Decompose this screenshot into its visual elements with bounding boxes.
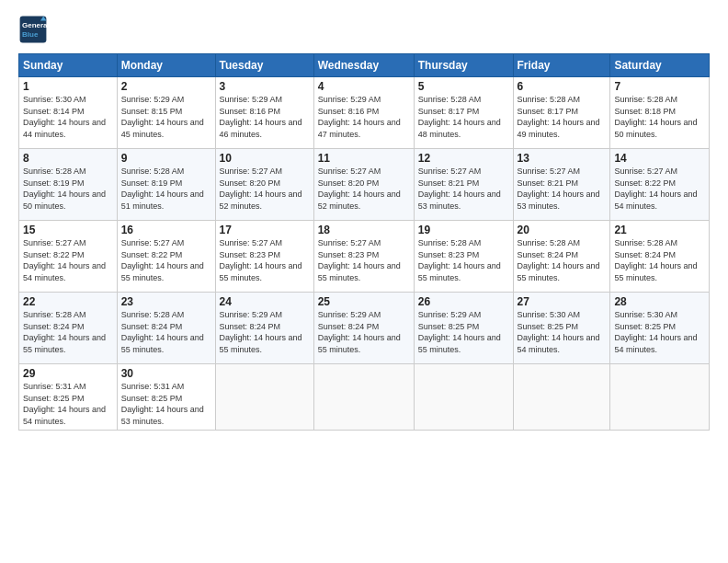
daylight-label: Daylight: 14 hours and 53 minutes.: [121, 405, 204, 426]
sunset-label: Sunset: 8:25 PM: [23, 394, 85, 403]
daylight-label: Daylight: 14 hours and 55 minutes.: [614, 261, 697, 282]
day-info: Sunrise: 5:29 AM Sunset: 8:24 PM Dayligh…: [220, 309, 310, 355]
sunset-label: Sunset: 8:23 PM: [318, 250, 380, 259]
day-number: 30: [121, 367, 211, 380]
day-number: 9: [121, 152, 211, 165]
sunset-label: Sunset: 8:16 PM: [220, 107, 281, 116]
daylight-label: Daylight: 14 hours and 55 minutes.: [318, 333, 401, 354]
daylight-label: Daylight: 14 hours and 54 minutes.: [23, 261, 106, 282]
daylight-label: Daylight: 14 hours and 55 minutes.: [318, 261, 401, 282]
day-number: 13: [518, 152, 607, 165]
day-number: 16: [121, 224, 211, 236]
calendar-cell: 19 Sunrise: 5:28 AM Sunset: 8:23 PM Dayl…: [414, 221, 513, 293]
daylight-label: Daylight: 14 hours and 55 minutes.: [121, 261, 204, 282]
daylight-label: Daylight: 14 hours and 54 minutes.: [23, 405, 106, 426]
calendar-cell: [414, 364, 513, 431]
daylight-label: Daylight: 14 hours and 49 minutes.: [518, 118, 600, 139]
day-info: Sunrise: 5:28 AM Sunset: 8:19 PM Dayligh…: [121, 166, 211, 212]
day-info: Sunrise: 5:29 AM Sunset: 8:16 PM Dayligh…: [220, 94, 310, 140]
day-number: 28: [614, 295, 705, 308]
sunrise-label: Sunrise: 5:29 AM: [220, 310, 283, 319]
day-number: 11: [318, 152, 410, 165]
calendar-cell: 9 Sunrise: 5:28 AM Sunset: 8:19 PM Dayli…: [117, 149, 215, 221]
day-info: Sunrise: 5:28 AM Sunset: 8:19 PM Dayligh…: [23, 166, 113, 212]
daylight-label: Daylight: 14 hours and 53 minutes.: [518, 190, 600, 211]
calendar-cell: 17 Sunrise: 5:27 AM Sunset: 8:23 PM Dayl…: [215, 221, 313, 293]
day-number: 23: [121, 295, 211, 308]
sunset-label: Sunset: 8:25 PM: [614, 322, 676, 331]
sunrise-label: Sunrise: 5:27 AM: [220, 167, 283, 176]
sunrise-label: Sunrise: 5:27 AM: [518, 167, 581, 176]
sunrise-label: Sunrise: 5:28 AM: [418, 238, 482, 247]
calendar-cell: 20 Sunrise: 5:28 AM Sunset: 8:24 PM Dayl…: [513, 221, 610, 293]
header: General Blue: [18, 15, 710, 44]
calendar-cell: 24 Sunrise: 5:29 AM Sunset: 8:24 PM Dayl…: [215, 293, 313, 364]
daylight-label: Daylight: 14 hours and 54 minutes.: [614, 190, 697, 211]
day-info: Sunrise: 5:27 AM Sunset: 8:23 PM Dayligh…: [220, 237, 310, 283]
day-info: Sunrise: 5:27 AM Sunset: 8:20 PM Dayligh…: [220, 166, 310, 212]
calendar-cell: 11 Sunrise: 5:27 AM Sunset: 8:20 PM Dayl…: [313, 149, 414, 221]
daylight-label: Daylight: 14 hours and 51 minutes.: [121, 190, 204, 211]
daylight-label: Daylight: 14 hours and 54 minutes.: [614, 333, 697, 354]
sunset-label: Sunset: 8:19 PM: [121, 178, 183, 188]
sunrise-label: Sunrise: 5:27 AM: [614, 167, 677, 176]
sunrise-label: Sunrise: 5:27 AM: [318, 167, 381, 176]
daylight-label: Daylight: 14 hours and 55 minutes.: [518, 261, 600, 282]
sunrise-label: Sunrise: 5:29 AM: [220, 95, 283, 104]
sunrise-label: Sunrise: 5:31 AM: [121, 382, 185, 391]
calendar-week-row: 15 Sunrise: 5:27 AM Sunset: 8:22 PM Dayl…: [19, 221, 710, 293]
logo-icon: General Blue: [18, 15, 48, 44]
day-number: 15: [23, 224, 113, 236]
sunrise-label: Sunrise: 5:27 AM: [121, 238, 185, 247]
daylight-label: Daylight: 14 hours and 52 minutes.: [318, 190, 401, 211]
calendar-cell: 1 Sunrise: 5:30 AM Sunset: 8:14 PM Dayli…: [19, 77, 118, 149]
day-header-tuesday: Tuesday: [215, 54, 313, 77]
daylight-label: Daylight: 14 hours and 55 minutes.: [220, 261, 302, 282]
day-info: Sunrise: 5:27 AM Sunset: 8:21 PM Dayligh…: [518, 166, 607, 212]
day-info: Sunrise: 5:28 AM Sunset: 8:24 PM Dayligh…: [23, 309, 113, 355]
sunset-label: Sunset: 8:17 PM: [518, 107, 579, 116]
sunset-label: Sunset: 8:25 PM: [121, 394, 183, 403]
calendar-cell: 7 Sunrise: 5:28 AM Sunset: 8:18 PM Dayli…: [610, 77, 710, 149]
calendar-cell: 8 Sunrise: 5:28 AM Sunset: 8:19 PM Dayli…: [19, 149, 118, 221]
day-number: 2: [121, 80, 211, 93]
daylight-label: Daylight: 14 hours and 48 minutes.: [418, 118, 501, 139]
calendar-cell: 23 Sunrise: 5:28 AM Sunset: 8:24 PM Dayl…: [117, 293, 215, 364]
calendar-cell: 22 Sunrise: 5:28 AM Sunset: 8:24 PM Dayl…: [19, 293, 118, 364]
daylight-label: Daylight: 14 hours and 55 minutes.: [23, 333, 106, 354]
sunset-label: Sunset: 8:25 PM: [418, 322, 480, 331]
day-info: Sunrise: 5:28 AM Sunset: 8:17 PM Dayligh…: [418, 94, 509, 140]
calendar-cell: 10 Sunrise: 5:27 AM Sunset: 8:20 PM Dayl…: [215, 149, 313, 221]
sunset-label: Sunset: 8:19 PM: [23, 178, 85, 188]
day-number: 6: [518, 80, 607, 93]
day-header-sunday: Sunday: [19, 54, 118, 77]
day-info: Sunrise: 5:29 AM Sunset: 8:15 PM Dayligh…: [121, 94, 211, 140]
day-number: 12: [418, 152, 509, 165]
day-info: Sunrise: 5:29 AM Sunset: 8:25 PM Dayligh…: [418, 309, 509, 355]
sunset-label: Sunset: 8:25 PM: [518, 322, 579, 331]
sunset-label: Sunset: 8:24 PM: [518, 250, 579, 259]
daylight-label: Daylight: 14 hours and 55 minutes.: [418, 333, 501, 354]
sunrise-label: Sunrise: 5:30 AM: [23, 95, 86, 104]
sunset-label: Sunset: 8:21 PM: [418, 178, 480, 188]
day-info: Sunrise: 5:27 AM Sunset: 8:20 PM Dayligh…: [318, 166, 410, 212]
daylight-label: Daylight: 14 hours and 53 minutes.: [418, 190, 501, 211]
calendar-week-row: 8 Sunrise: 5:28 AM Sunset: 8:19 PM Dayli…: [19, 149, 710, 221]
day-number: 17: [220, 224, 310, 236]
calendar-cell: 14 Sunrise: 5:27 AM Sunset: 8:22 PM Dayl…: [610, 149, 710, 221]
daylight-label: Daylight: 14 hours and 50 minutes.: [23, 190, 106, 211]
calendar-week-row: 1 Sunrise: 5:30 AM Sunset: 8:14 PM Dayli…: [19, 77, 710, 149]
sunrise-label: Sunrise: 5:30 AM: [614, 310, 677, 319]
day-info: Sunrise: 5:28 AM Sunset: 8:17 PM Dayligh…: [518, 94, 607, 140]
day-number: 4: [318, 80, 410, 93]
calendar-cell: 13 Sunrise: 5:27 AM Sunset: 8:21 PM Dayl…: [513, 149, 610, 221]
day-info: Sunrise: 5:31 AM Sunset: 8:25 PM Dayligh…: [121, 381, 211, 427]
calendar-header-row: SundayMondayTuesdayWednesdayThursdayFrid…: [19, 54, 710, 77]
sunset-label: Sunset: 8:22 PM: [121, 250, 183, 259]
daylight-label: Daylight: 14 hours and 44 minutes.: [23, 118, 106, 139]
calendar-cell: 29 Sunrise: 5:31 AM Sunset: 8:25 PM Dayl…: [19, 364, 118, 431]
daylight-label: Daylight: 14 hours and 45 minutes.: [121, 118, 204, 139]
day-header-thursday: Thursday: [414, 54, 513, 77]
sunset-label: Sunset: 8:24 PM: [318, 322, 380, 331]
day-number: 29: [23, 367, 113, 380]
